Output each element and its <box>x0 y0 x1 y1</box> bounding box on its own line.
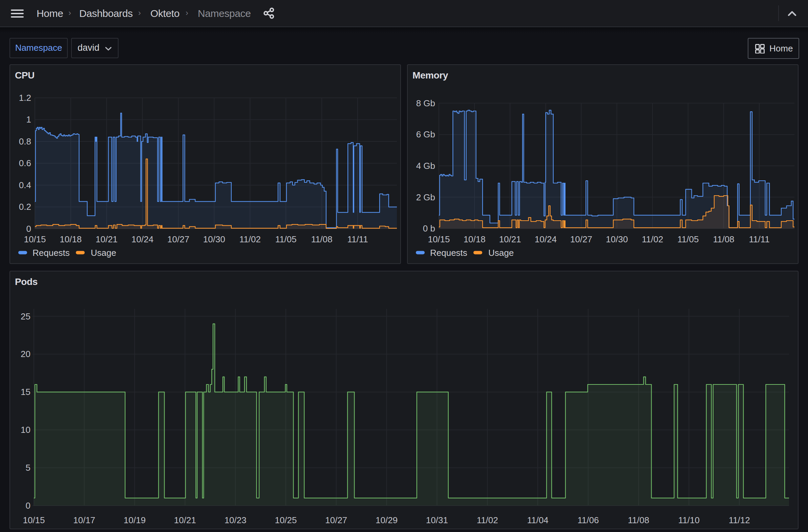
svg-text:0.8: 0.8 <box>19 136 31 147</box>
svg-text:11/05: 11/05 <box>677 234 699 244</box>
svg-text:8 Gb: 8 Gb <box>416 98 435 108</box>
svg-text:10/19: 10/19 <box>124 515 146 525</box>
svg-text:11/02: 11/02 <box>477 515 498 525</box>
svg-text:Requests: Requests <box>33 248 70 258</box>
svg-text:2 Gb: 2 Gb <box>416 192 435 202</box>
svg-text:10/30: 10/30 <box>606 234 628 244</box>
svg-text:15: 15 <box>21 387 31 397</box>
svg-text:10/30: 10/30 <box>203 234 225 244</box>
svg-text:11/08: 11/08 <box>311 234 333 244</box>
svg-text:11/11: 11/11 <box>347 234 368 244</box>
svg-text:5: 5 <box>26 463 31 473</box>
svg-text:11/10: 11/10 <box>678 515 700 525</box>
svg-text:11/08: 11/08 <box>628 515 649 525</box>
svg-text:0.6: 0.6 <box>19 158 31 168</box>
svg-text:10/18: 10/18 <box>464 234 485 244</box>
svg-text:1.2: 1.2 <box>19 93 31 103</box>
svg-text:10/27: 10/27 <box>167 234 189 244</box>
svg-text:Usage: Usage <box>91 248 116 258</box>
svg-text:25: 25 <box>21 311 31 322</box>
svg-text:11/02: 11/02 <box>239 234 261 244</box>
svg-text:0 b: 0 b <box>423 223 435 233</box>
svg-text:0.4: 0.4 <box>19 180 31 190</box>
svg-text:Requests: Requests <box>430 248 467 258</box>
svg-text:0: 0 <box>26 500 31 511</box>
svg-text:10: 10 <box>21 425 31 435</box>
svg-text:0: 0 <box>26 224 31 234</box>
svg-text:10/15: 10/15 <box>24 234 46 244</box>
svg-text:11/06: 11/06 <box>577 515 599 525</box>
svg-text:10/29: 10/29 <box>375 515 398 525</box>
svg-text:10/18: 10/18 <box>60 234 81 244</box>
svg-text:10/24: 10/24 <box>535 234 557 244</box>
svg-text:11/11: 11/11 <box>749 234 769 244</box>
svg-text:10/25: 10/25 <box>275 515 297 525</box>
svg-text:10/27: 10/27 <box>325 515 347 525</box>
svg-text:Usage: Usage <box>488 248 514 258</box>
svg-text:11/12: 11/12 <box>729 515 750 525</box>
svg-text:10/21: 10/21 <box>174 515 196 525</box>
svg-text:10/15: 10/15 <box>23 515 45 525</box>
svg-text:20: 20 <box>21 349 31 359</box>
svg-text:10/21: 10/21 <box>95 234 117 244</box>
svg-text:6 Gb: 6 Gb <box>416 129 435 139</box>
svg-text:10/27: 10/27 <box>570 234 592 244</box>
svg-text:10/17: 10/17 <box>73 515 95 525</box>
svg-text:11/08: 11/08 <box>713 234 734 244</box>
svg-text:10/24: 10/24 <box>131 234 153 244</box>
svg-text:11/05: 11/05 <box>275 234 297 244</box>
svg-text:11/04: 11/04 <box>527 515 548 525</box>
svg-text:10/23: 10/23 <box>224 515 246 525</box>
svg-text:4 Gb: 4 Gb <box>416 161 435 171</box>
svg-text:1: 1 <box>26 114 31 125</box>
svg-text:10/31: 10/31 <box>426 515 448 525</box>
svg-text:0.2: 0.2 <box>19 202 31 212</box>
svg-text:11/02: 11/02 <box>642 234 663 244</box>
svg-text:10/15: 10/15 <box>428 234 450 244</box>
svg-text:10/21: 10/21 <box>499 234 521 244</box>
